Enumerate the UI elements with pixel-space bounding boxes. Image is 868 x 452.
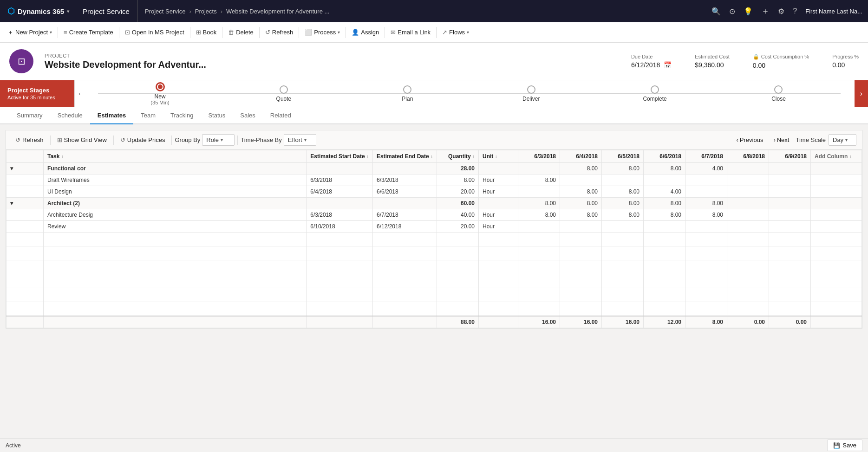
- col-header-add-column[interactable]: Add Column ↕: [811, 150, 862, 163]
- group-end-cell: [372, 163, 437, 174]
- col-header-unit[interactable]: Unit ↕: [479, 150, 518, 163]
- arch-unit-cell: [479, 198, 518, 209]
- timephase-select[interactable]: Effort ▾: [284, 134, 316, 146]
- stage-step-quote[interactable]: Quote: [222, 85, 346, 102]
- plus-icon[interactable]: ＋: [761, 6, 770, 17]
- col-header-quantity[interactable]: Quantity ↕: [437, 150, 479, 163]
- arch-expand-cell[interactable]: ▾: [7, 198, 44, 209]
- open-ms-project-icon: ⊡: [125, 29, 130, 36]
- dr-unit: Hour: [479, 174, 518, 186]
- delete-button[interactable]: 🗑 Delete: [223, 26, 258, 39]
- totals-d4: 8.00: [685, 316, 727, 328]
- open-ms-project-label: Open in MS Project: [132, 29, 184, 36]
- col-header-task[interactable]: Task ↕: [44, 150, 307, 163]
- stage-step-deliver[interactable]: Deliver: [470, 85, 593, 102]
- next-button[interactable]: › Next: [770, 134, 793, 146]
- cmd-sep3: [190, 27, 190, 38]
- refresh-label: Refresh: [272, 29, 294, 36]
- timephase-label: Time-Phase By: [241, 136, 281, 143]
- target-icon[interactable]: ⊙: [729, 7, 735, 16]
- ui-task: UI Design: [44, 186, 307, 198]
- help-icon[interactable]: 💡: [744, 7, 753, 16]
- tab-summary[interactable]: Summary: [9, 107, 50, 124]
- process-button[interactable]: ⬜ Process ▾: [300, 26, 345, 39]
- stage-step-complete[interactable]: Complete: [593, 85, 717, 102]
- start-date-sort-icon: ↕: [366, 154, 369, 159]
- breadcrumb-sep2: ›: [221, 8, 222, 15]
- breadcrumb-projects[interactable]: Projects: [195, 8, 217, 15]
- show-grid-view-button[interactable]: ⊞ Show Grid View: [53, 134, 111, 146]
- ad-start: 6/3/2018: [307, 209, 373, 221]
- ui-d0: [518, 186, 560, 198]
- grid-icon: ⊞: [57, 136, 62, 143]
- cost-consumption-meta: 🔒 Cost Consumption % 0.00: [753, 54, 809, 69]
- stage-arrow-left[interactable]: ‹: [74, 80, 84, 107]
- tab-team[interactable]: Team: [133, 107, 163, 124]
- email-link-button[interactable]: ✉ Email a Link: [386, 26, 435, 39]
- tab-status[interactable]: Status: [201, 107, 233, 124]
- flows-button[interactable]: ↗ Flows ▾: [437, 26, 474, 39]
- arch-qty-cell: 60.00: [437, 198, 479, 209]
- assign-button[interactable]: 👤 Assign: [347, 26, 384, 39]
- arch-label-cell: Architect (2): [44, 198, 307, 209]
- tab-schedule[interactable]: Schedule: [50, 107, 90, 124]
- group-by-select[interactable]: Role ▾: [202, 134, 235, 146]
- dynamics365-nav[interactable]: ⬡ Dynamics 365 ▾: [6, 0, 75, 22]
- tab-related[interactable]: Related: [263, 107, 299, 124]
- col-header-end-date[interactable]: Estimated End Date ↕: [372, 150, 437, 163]
- rv-end: 6/12/2018: [372, 221, 437, 232]
- calendar-icon[interactable]: 📅: [664, 61, 672, 69]
- next-label: Next: [777, 136, 790, 143]
- update-prices-button[interactable]: ↺ Update Prices: [117, 134, 169, 146]
- cmd-sep6: [299, 27, 299, 38]
- group-qty-cell: 28.00: [437, 163, 479, 174]
- user-avatar[interactable]: First Name Last Na...: [805, 8, 862, 15]
- create-template-button[interactable]: ≡ Create Template: [59, 26, 118, 39]
- cmd-sep4: [222, 27, 222, 38]
- question-icon[interactable]: ?: [793, 7, 797, 15]
- timescale-select[interactable]: Day ▾: [829, 134, 856, 146]
- expand-icon: ▾: [10, 165, 13, 172]
- dr-d6: [769, 174, 811, 186]
- tab-sales[interactable]: Sales: [233, 107, 263, 124]
- stage-step-close[interactable]: Close: [717, 85, 840, 102]
- ui-qty: 20.00: [437, 186, 479, 198]
- new-project-button[interactable]: ＋ New Project ▾: [3, 26, 57, 39]
- dr-d0: 8.00: [518, 174, 560, 186]
- tab-estimates[interactable]: Estimates: [90, 107, 133, 124]
- previous-label: Previous: [740, 136, 764, 143]
- add-column-dropdown-icon: ↕: [849, 154, 852, 159]
- totals-d2: 16.00: [602, 316, 644, 328]
- col-header-date-2: 6/5/2018: [602, 150, 644, 163]
- tab-tracking[interactable]: Tracking: [163, 107, 201, 124]
- progress-meta: Progress % 0.00: [832, 54, 859, 69]
- stage-arrow-right[interactable]: ›: [855, 80, 868, 107]
- due-date-meta: Due Date 6/12/2018 📅: [631, 54, 672, 69]
- arch-expand-icon: ▾: [10, 200, 13, 207]
- open-ms-project-button[interactable]: ⊡ Open in MS Project: [120, 26, 189, 39]
- delete-label: Delete: [236, 29, 254, 36]
- previous-button[interactable]: ‹ Previous: [732, 134, 767, 146]
- estimates-refresh-button[interactable]: ↺ Refresh: [12, 134, 47, 146]
- book-button[interactable]: ⊞ Book: [191, 26, 222, 39]
- update-prices-icon: ↺: [120, 136, 125, 143]
- rv-qty: 20.00: [437, 221, 479, 232]
- dr-task: Draft Wireframes: [44, 174, 307, 186]
- refresh-button[interactable]: ↺ Refresh: [261, 26, 298, 39]
- project-title: Website Development for Adventur...: [45, 59, 206, 70]
- settings-icon[interactable]: ⚙: [778, 7, 784, 16]
- stage-step-new[interactable]: New (35 Min): [98, 82, 222, 105]
- col-header-start-date[interactable]: Estimated Start Date ↕: [307, 150, 373, 163]
- ad-add: [811, 209, 862, 221]
- breadcrumb-project-service[interactable]: Project Service: [145, 8, 185, 15]
- ui-d5: [727, 186, 769, 198]
- process-icon: ⬜: [305, 29, 312, 36]
- stage-step-close-circle: [774, 85, 783, 94]
- stage-bar: Project Stages Active for 35 minutes ‹ N…: [0, 80, 868, 107]
- group-expand-cell[interactable]: ▾: [7, 163, 44, 174]
- search-icon[interactable]: 🔍: [711, 7, 721, 16]
- stage-step-plan[interactable]: Plan: [346, 85, 469, 102]
- rv-d0: [518, 221, 560, 232]
- group-row-architect: ▾ Architect (2) 60.00 8.00 8.00 8.00 8.0…: [7, 198, 862, 209]
- breadcrumb-sep1: ›: [189, 8, 191, 15]
